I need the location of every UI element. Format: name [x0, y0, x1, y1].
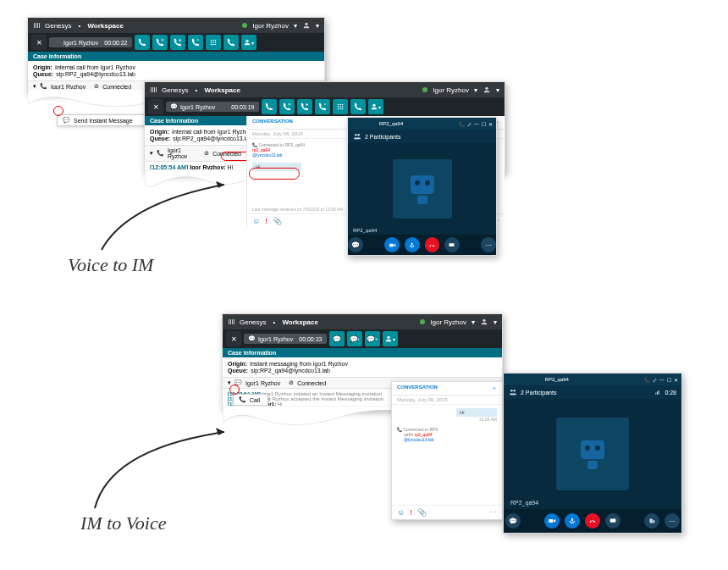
- person-icon[interactable]: [483, 86, 491, 94]
- party-button[interactable]: ▾: [368, 99, 383, 114]
- mic-button[interactable]: [405, 237, 420, 252]
- svg-rect-45: [229, 319, 229, 324]
- conversation-tab[interactable]: CONVERSATION: [252, 119, 293, 126]
- keypad-button[interactable]: [206, 35, 221, 50]
- hold-button[interactable]: [152, 35, 168, 50]
- emoji-icon[interactable]: ☺: [252, 217, 260, 225]
- maximize-icon[interactable]: ☐: [482, 121, 486, 127]
- caret-down-icon[interactable]: ▾: [496, 86, 499, 94]
- video-button[interactable]: [544, 513, 560, 528]
- call-menu-item[interactable]: 📞 Call: [234, 395, 267, 405]
- more-button[interactable]: ⋯: [481, 237, 496, 252]
- timer: 00:00:22: [104, 40, 127, 46]
- phone-icon: 📞: [53, 39, 61, 46]
- call-icon[interactable]: 📞: [459, 121, 465, 127]
- conference-button[interactable]: [188, 35, 203, 50]
- close-interaction-button[interactable]: ✕: [226, 331, 241, 346]
- participants-label: 2 Participants: [365, 134, 400, 140]
- emoji-icon[interactable]: ☺: [397, 508, 405, 517]
- popout-icon[interactable]: ⤢: [653, 377, 657, 383]
- svg-point-58: [595, 445, 600, 451]
- caret-down-icon[interactable]: ▾: [494, 318, 497, 326]
- sip-link[interactable]: @lyncdco13.lab: [404, 437, 434, 442]
- priority-icon[interactable]: !: [265, 217, 267, 225]
- minimize-icon[interactable]: —: [474, 121, 479, 127]
- call-duration: 0:28: [665, 390, 676, 396]
- party-name: Igor1 Ryzhov: [180, 104, 215, 110]
- share-button[interactable]: [444, 237, 460, 252]
- svg-rect-60: [549, 519, 553, 523]
- chat-conference-button[interactable]: 💬+: [365, 331, 380, 346]
- case-info-header: Case Information: [28, 52, 324, 61]
- chat-action-button[interactable]: 💬: [329, 331, 345, 346]
- brand-logo-icon: [33, 21, 41, 30]
- transfer-button[interactable]: [297, 99, 312, 114]
- svg-rect-24: [290, 103, 290, 106]
- svg-point-37: [357, 134, 360, 136]
- svg-point-30: [339, 106, 341, 108]
- skype-name-label: RP2_qa94: [353, 228, 377, 233]
- party-chip[interactable]: 📞 Igor1 Ryzhov 00:00:22: [49, 37, 132, 47]
- avatar-placeholder: [556, 418, 629, 490]
- more-icon[interactable]: ⋯: [489, 508, 497, 517]
- svg-point-26: [337, 104, 339, 106]
- close-icon[interactable]: ✕: [674, 377, 678, 383]
- caret-down-icon[interactable]: ▾: [316, 22, 319, 30]
- interaction-toolbar: ✕ 💬 Igor1 Ryzhov 00:00:33 💬 💬› 💬+ ▾: [223, 329, 502, 348]
- party-button[interactable]: ▾: [241, 35, 256, 50]
- caret-down-icon[interactable]: ▾: [294, 22, 297, 30]
- chat-transfer-button[interactable]: 💬›: [347, 331, 362, 346]
- transfer-button[interactable]: [170, 35, 185, 50]
- party-button[interactable]: ▾: [383, 331, 398, 346]
- call-icon[interactable]: 📞: [644, 377, 650, 383]
- svg-rect-63: [650, 519, 653, 523]
- chat-button[interactable]: 💬: [505, 513, 521, 528]
- caret-down-icon[interactable]: ▾: [474, 86, 477, 94]
- close-interaction-button[interactable]: ✕: [31, 35, 47, 50]
- brand-logo-icon: [228, 318, 236, 326]
- conversation-tab[interactable]: CONVERSATION: [397, 385, 438, 392]
- svg-rect-47: [232, 319, 233, 324]
- send-im-menu-item[interactable]: 💬 Send Instant Message: [58, 115, 151, 125]
- person-icon[interactable]: [302, 21, 311, 30]
- popout-icon[interactable]: ⤢: [467, 121, 472, 127]
- svg-rect-23: [288, 103, 289, 106]
- sip-link[interactable]: @lyncdco13.lab: [252, 152, 283, 158]
- arrow-im-to-voice: [85, 423, 237, 517]
- chat-icon: 💬: [63, 117, 70, 124]
- chat-button[interactable]: 💬: [348, 237, 363, 252]
- participants-icon: [509, 388, 517, 396]
- close-icon[interactable]: ✕: [488, 121, 493, 127]
- minimize-icon[interactable]: —: [659, 377, 665, 383]
- keypad-button[interactable]: [333, 99, 348, 114]
- chat-icon: 💬: [248, 335, 256, 342]
- more-button[interactable]: ⋯: [665, 513, 680, 528]
- conference-button[interactable]: [315, 99, 330, 114]
- hold-button[interactable]: [279, 99, 295, 114]
- add-icon[interactable]: ＋: [492, 385, 497, 392]
- maximize-icon[interactable]: ☐: [667, 377, 671, 383]
- answer-button[interactable]: [262, 99, 277, 114]
- svg-point-36: [355, 134, 357, 136]
- call-action-button[interactable]: [223, 35, 239, 50]
- devices-button[interactable]: [644, 513, 659, 528]
- call-action-button[interactable]: [350, 99, 366, 114]
- person-icon[interactable]: [480, 318, 488, 326]
- close-interaction-button[interactable]: ✕: [148, 99, 163, 114]
- hangup-button[interactable]: [425, 237, 440, 252]
- svg-point-52: [513, 390, 516, 392]
- share-button[interactable]: [605, 513, 620, 528]
- attachment-icon[interactable]: 📎: [273, 217, 282, 225]
- answer-button[interactable]: [135, 35, 150, 50]
- svg-rect-5: [161, 39, 162, 42]
- mic-button[interactable]: [565, 513, 580, 528]
- presence-dot-icon: [242, 23, 247, 28]
- hangup-button[interactable]: [585, 513, 600, 528]
- party-chip[interactable]: 💬 Igor1 Ryzhov 00:00:33: [244, 334, 327, 344]
- priority-icon[interactable]: !: [410, 508, 412, 517]
- case-info-body: Origin:Internal call from Igor1 Ryzhov Q…: [28, 61, 324, 80]
- attachment-icon[interactable]: 📎: [417, 508, 427, 517]
- caret-down-icon[interactable]: ▾: [472, 318, 475, 326]
- video-button[interactable]: [384, 237, 400, 252]
- party-chip[interactable]: 💬 Igor1 Ryzhov 📞 00:03:19: [166, 102, 259, 112]
